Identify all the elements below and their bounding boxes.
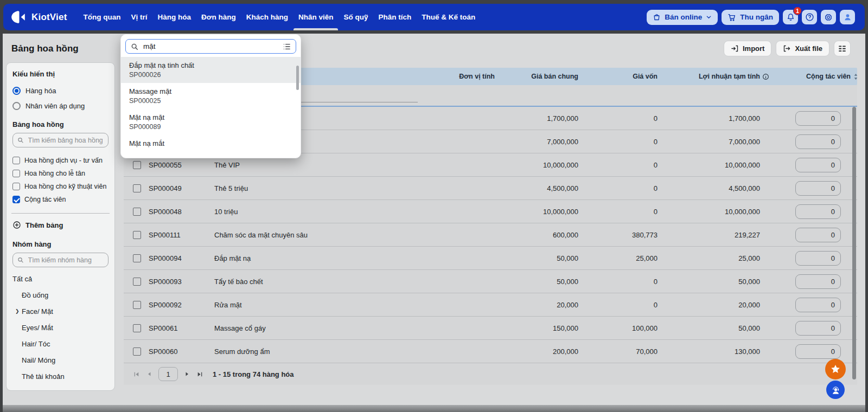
collaborator-commission-input[interactable] (795, 134, 841, 149)
product-name: Serum dưỡng ẩm (214, 347, 433, 356)
nav-item[interactable]: Phân tích (378, 4, 411, 30)
commission-table-filter[interactable]: Cộng tác viên (12, 193, 108, 206)
product-group-item[interactable]: ❯ Hair/ Tóc (12, 336, 108, 352)
product-search-dropdown: Đắp mặt nạ tinh chất SP000026 Massage mặ… (120, 34, 301, 158)
checkbox-icon (12, 183, 20, 190)
row-checkbox[interactable] (133, 324, 141, 332)
profit-value: 10,000,000 (659, 161, 761, 169)
row-checkbox[interactable] (133, 208, 141, 216)
profit-value: 1,700,000 (659, 114, 761, 123)
next-page-button[interactable] (184, 371, 190, 377)
product-group-search[interactable] (12, 253, 108, 267)
cashier-button[interactable]: Thu ngân (722, 10, 779, 25)
product-group-item[interactable]: ❯ Đồ uống (12, 287, 108, 303)
collaborator-commission-input[interactable] (795, 181, 841, 196)
product-search-input[interactable] (142, 42, 279, 51)
header-unit[interactable]: Đơn vị tính (433, 73, 498, 80)
import-button[interactable]: Import (724, 41, 771, 56)
display-type-option[interactable]: Hàng hóa (12, 83, 108, 98)
collaborator-commission-input[interactable] (795, 251, 841, 266)
row-checkbox[interactable] (133, 347, 141, 356)
product-group-item[interactable]: ❯ Face/ Mặt (12, 303, 108, 319)
row-checkbox[interactable] (133, 278, 141, 286)
collaborator-commission-input[interactable] (795, 321, 841, 336)
nav-item[interactable]: Số quỹ (343, 4, 368, 30)
chevron-down-icon (706, 14, 712, 20)
commission-table-filter[interactable]: Hoa hồng cho kỹ thuật viên (12, 180, 108, 193)
feedback-fab[interactable] (825, 359, 846, 379)
nav-item[interactable]: Tổng quan (84, 4, 121, 30)
add-table-button[interactable]: Thêm bảng (12, 221, 108, 229)
product-group-item[interactable]: ❯ Eyes/ Mắt (12, 319, 108, 336)
row-checkbox[interactable] (133, 254, 141, 262)
header-price[interactable]: Giá bán chung (498, 73, 579, 80)
brand-name: KiotViet (31, 12, 67, 23)
nav-item[interactable]: Nhân viên (298, 4, 334, 30)
collaborator-commission-input[interactable] (795, 158, 841, 172)
list-view-icon[interactable] (283, 43, 291, 50)
current-page[interactable]: 1 (158, 367, 178, 381)
table-row: SP00061 Massage cổ gáy 150,000 100,000 5… (124, 317, 857, 340)
previous-page-button[interactable] (146, 371, 152, 377)
search-result-item[interactable]: Mặt nạ mắt (121, 135, 301, 153)
nav-item[interactable]: Hàng hóa (158, 4, 192, 30)
settings-button[interactable] (821, 10, 836, 24)
product-group-item[interactable]: ❯ Thẻ tài khoản (12, 368, 108, 384)
last-page-button[interactable] (196, 371, 203, 378)
price-value: 1,700,000 (498, 114, 579, 123)
header-profit[interactable]: Lợi nhuận tạm tính (659, 73, 761, 80)
commission-table-search[interactable] (12, 133, 108, 147)
commission-table-filter[interactable]: Hoa hồng cho lễ tân (12, 167, 108, 180)
collaborator-commission-input[interactable] (795, 228, 841, 242)
nav-item[interactable]: Vị trí (131, 4, 148, 30)
commission-table-search-input[interactable] (27, 136, 104, 145)
gear-icon (824, 13, 833, 22)
notifications-button[interactable]: 1 (783, 10, 798, 24)
nav-item[interactable]: Đơn hàng (201, 4, 236, 30)
export-button[interactable]: Xuất file (776, 41, 829, 56)
product-search-box[interactable] (125, 39, 296, 54)
product-group-item[interactable]: ❯ Tất cả (12, 271, 108, 287)
collaborator-commission-input[interactable] (795, 344, 841, 359)
support-fab[interactable] (826, 381, 845, 399)
header-collaborator[interactable]: Cộng tác viên (761, 73, 857, 80)
first-page-button[interactable] (133, 371, 140, 378)
sort-icon (853, 73, 859, 80)
cost-value: 0 (579, 184, 659, 192)
row-checkbox[interactable] (133, 184, 141, 192)
product-group-item[interactable]: ❯ Nail/ Móng (12, 352, 108, 368)
nav-item[interactable]: Thuế & Kế toán (422, 4, 475, 30)
product-group-search-input[interactable] (27, 256, 104, 265)
dropdown-scrollbar[interactable] (296, 66, 299, 90)
account-button[interactable] (840, 10, 855, 24)
collaborator-commission-input[interactable] (795, 204, 841, 219)
row-checkbox[interactable] (133, 161, 141, 169)
cost-value: 70,000 (579, 347, 659, 356)
table-row: SP000048 10 triệu 10,000,000 0 10,000,00… (124, 200, 857, 223)
sell-online-button[interactable]: Bán online (647, 10, 718, 25)
row-checkbox[interactable] (133, 231, 141, 239)
display-type-option[interactable]: Nhân viên áp dụng (12, 99, 108, 113)
product-groups-label: Nhóm hàng (12, 240, 108, 248)
pagination: 1 1 - 15 trong 74 hàng hóa (124, 363, 857, 385)
column-settings-button[interactable] (834, 41, 851, 56)
help-button[interactable] (802, 10, 817, 24)
table-row: SP000049 Thẻ 5 triệu 4,500,000 0 4,500,0… (124, 177, 857, 200)
table-scrollbar[interactable] (852, 107, 856, 379)
price-value: 10,000,000 (498, 208, 579, 216)
commission-table-filter[interactable]: Hoa hồng dịch vụ - tư vấn (12, 154, 108, 167)
product-name: Tẩy tế bào chết (214, 278, 433, 286)
row-checkbox[interactable] (133, 301, 141, 309)
table-toolbar: Import Xuất file (724, 41, 851, 56)
price-value: 20,000 (498, 301, 579, 309)
search-result-item[interactable]: Massage mặt SP000025 (121, 83, 301, 109)
search-result-item[interactable]: Đắp mặt nạ tinh chất SP000026 (121, 57, 301, 83)
collaborator-commission-input[interactable] (795, 111, 841, 126)
header-cost[interactable]: Giá vốn (579, 73, 659, 80)
search-result-item[interactable]: Mặt nạ mặt SP000089 (121, 109, 301, 135)
kiotviet-logo[interactable]: KiotViet (11, 10, 67, 24)
search-icon (17, 256, 24, 263)
collaborator-commission-input[interactable] (795, 298, 841, 312)
collaborator-commission-input[interactable] (795, 274, 841, 289)
nav-item[interactable]: Khách hàng (246, 4, 288, 30)
